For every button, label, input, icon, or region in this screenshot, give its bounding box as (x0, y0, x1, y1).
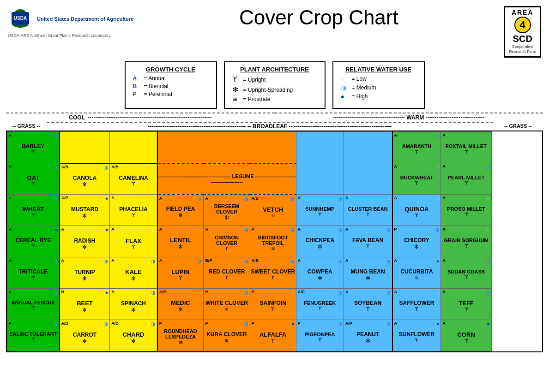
usda-shield-icon: USDA (8, 6, 33, 31)
empty-warm-1 (296, 132, 344, 163)
empty-cool-legume (157, 132, 296, 163)
radish-cell: A ● RADISH ✻ (60, 226, 110, 257)
cucurbita-cell: A ● CUCURBITA ≋ (392, 257, 441, 289)
kale-cell: A ◑ KALE ✻ (110, 257, 157, 289)
proso-millet-cell: A ○ PROSO MILLET ϒ (441, 195, 491, 226)
roundhead-lespedeza-cell: P ○ ROUNDHEAD LESPEDEZA ≋ (157, 320, 204, 351)
pigeonpea-cell: P ◑ PIGEONPEA ϒ (296, 320, 344, 351)
page-container: USDA United States Department of Agricul… (0, 0, 549, 356)
white-clover-cell: P ◑ WHITE CLOVER ≋ (204, 289, 250, 320)
empty-cell-1 (60, 132, 110, 163)
usda-sub-label: USDA-ARS Northern Great Plains Research … (8, 33, 133, 38)
empty-cell-2 (110, 132, 157, 163)
wheat-cell: A ◑ WHEAT ϒ (7, 195, 60, 226)
kura-clover-cell: P ◑ KURA CLOVER ≋ (204, 320, 250, 351)
table-row: P ◑ SALINE TOLERANT ϒ A/B ◑ CARROT ✻ A/B… (7, 320, 542, 351)
cowpea-cell: A ◑ COWPEA ✻ (296, 257, 344, 289)
table-row: A ● CEREAL RYE ϒ A ● RADISH ✻ A ○ FLAX ϒ (7, 226, 542, 257)
fenugreek-cell: A/P ◑ FENUGREEK ϒ (296, 289, 344, 320)
grain-sorghum-cell: A ○ GRAIN SORGHUM ϒ (441, 226, 491, 257)
field-pea-cell: A ◑ FIELD PEA ✻ (157, 195, 204, 226)
legend-section: GROWTH CYCLE A= Annual B= Biennial P= Pe… (2, 59, 547, 112)
camelina-cell: A/B ○ CAMELINA ϒ (110, 163, 157, 195)
barley-cell: A ◑ BARLEY ϒ (7, 132, 60, 163)
flax-cell: A ○ FLAX ϒ (110, 226, 157, 257)
soybean-cell: A ◑ SOYBEAN ϒ (344, 289, 392, 320)
vetch-cell: A/B ◑ VETCH ≋ (250, 195, 296, 226)
area-label: AREA (512, 9, 534, 16)
coop-label: CooperativeResearch Farm (509, 44, 536, 54)
header: USDA United States Department of Agricul… (2, 2, 547, 59)
usda-logo: USDA United States Department of Agricul… (8, 6, 133, 38)
mung-bean-cell: A ◑ MUNG BEAN ✻ (344, 257, 392, 289)
pearl-millet-cell: A ◑ PEARL MILLET ϒ (441, 163, 491, 195)
medic-cell: A/P ○ MEDIC ✻ (157, 289, 204, 320)
safflower-cell: A ○ SAFFLOWER ϒ (392, 289, 441, 320)
triticale-cell: A ◑ TRITICALE ϒ (7, 257, 60, 289)
table-row: A ◑ TRITICALE ϒ A ◑ TURNIP ✻ A ◑ KALE ✻ (7, 257, 542, 289)
area-badge-container: AREA 4 SCD CooperativeResearch Farm (504, 6, 541, 58)
growth-cycle-title: GROWTH CYCLE (133, 66, 209, 73)
sweet-clover-cell: A/B ◑ SWEET CLOVER ϒ (250, 257, 296, 289)
chicory-cell: P ◑ CHICORY ✻ (392, 226, 441, 257)
teff-cell: A ◑ TEFF ϒ (441, 289, 491, 320)
fava-bean-cell: A ◑ FAVA BEAN ϒ (344, 226, 392, 257)
oat-cell: A ◑ OAT ϒ (7, 163, 60, 195)
page-title: Cover Crop Chart (133, 6, 504, 29)
usda-dept-name: United States Department of Agriculture (37, 16, 133, 22)
lentil-cell: A ○ LENTIL ✻ (157, 226, 204, 257)
cool-warm-divider: COOL -----------------------------------… (6, 113, 543, 121)
canola-cell: A/B ◑ CANOLA ✻ (60, 163, 110, 195)
scd-label: SCD (513, 34, 532, 43)
berseem-clover-cell: A ◑ BERSEEM CLOVER ✻ (204, 195, 250, 226)
sunflower-cell: A ● SUNFLOWER ϒ (392, 320, 441, 351)
water-use-title: RELATIVE WATER USE (341, 66, 416, 73)
amaranth-cell: A ◑ AMARANTH ϒ (392, 132, 441, 163)
plant-arch-legend: PLANT ARCHITECTURE ϒ= Upright ✻= Upright… (224, 61, 326, 109)
mustard-cell: A/P ● MUSTARD ✻ (60, 195, 110, 226)
crimson-clover-cell: A ◑ CRIMSON CLOVER ϒ (204, 226, 250, 257)
growth-cycle-legend: GROWTH CYCLE A= Annual B= Biennial P= Pe… (125, 61, 217, 109)
sainfoin-cell: P ○ SAINFOIN ϒ (250, 289, 296, 320)
main-chart: A ◑ BARLEY ϒ A ◑ AMARANTH ϒ A (6, 131, 543, 352)
sunnhemp-cell: A ◑ SUNNHEMP ϒ (296, 195, 344, 226)
beet-cell: B ● BEET ✻ (60, 289, 110, 320)
legume-label-cell: ----------------------------------------… (157, 163, 296, 195)
red-clover-cell: B/P ◑ RED CLOVER ϒ (204, 257, 250, 289)
cluster-bean-cell: A ○ CLUSTER BEAN ϒ (344, 195, 392, 226)
spinach-cell: A ◑ SPINACH ✻ (110, 289, 157, 320)
table-row: A ◑ WHEAT ϒ A/P ● MUSTARD ✻ A ○ PHACELIA… (7, 195, 542, 226)
cereal-rye-cell: A ● CEREAL RYE ϒ (7, 226, 60, 257)
sudan-grass-cell: A ◑ SUDAN GRASS ϒ (441, 257, 491, 289)
peanut-cell: A/P ◑ PEANUT ✻ (344, 320, 392, 351)
plant-arch-title: PLANT ARCHITECTURE (232, 66, 317, 73)
lupin-cell: A ◑ LUPIN ϒ (157, 257, 204, 289)
carrot-cell: A/B ◑ CARROT ✻ (60, 320, 110, 351)
table-row: A ◑ OAT ϒ A/B ◑ CANOLA ✻ A/B ○ CAMELINA … (7, 163, 542, 195)
category-header: -- GRASS -- ----------------------------… (6, 122, 543, 130)
phacelia-cell: A ○ PHACELIA ϒ (110, 195, 157, 226)
table-row: A ◑ BARLEY ϒ A ◑ AMARANTH ϒ A (7, 132, 542, 163)
corn-cell: A ● CORN ϒ (441, 320, 491, 351)
annual-fescue-cell: A ◑ ANNUAL FESCUE ϒ (7, 289, 60, 320)
water-use-legend: RELATIVE WATER USE ○= Low ◑= Medium ●= H… (332, 61, 425, 109)
quinoa-cell: A ○ QUINOA ϒ (392, 195, 441, 226)
crop-table: A ◑ BARLEY ϒ A ◑ AMARANTH ϒ A (7, 131, 542, 351)
foxtail-millet-cell: A ○ FOXTAIL MILLET ϒ (441, 132, 491, 163)
area-number-circle: 4 (514, 17, 531, 33)
buckwheat-cell: A ○ BUCKWHEAT ϒ (392, 163, 441, 195)
saline-tolerant-cell: P ◑ SALINE TOLERANT ϒ (7, 320, 60, 351)
birdsfoot-trefoil-cell: P ◑ BIRDSFOOT TREFOIL ≋ (250, 226, 296, 257)
alfalfa-cell: P ● ALFALFA ϒ (250, 320, 296, 351)
turnip-cell: A ◑ TURNIP ✻ (60, 257, 110, 289)
empty-warm-leg-2a (296, 163, 344, 195)
svg-text:USDA: USDA (14, 16, 27, 21)
empty-warm-leg-2b (344, 163, 392, 195)
table-row: A ◑ ANNUAL FESCUE ϒ B ● BEET ✻ A ◑ SPINA… (7, 289, 542, 320)
chickpea-cell: A ◑ CHICKPEA ✻ (296, 226, 344, 257)
empty-warm-2 (344, 132, 392, 163)
chard-cell: A/B ◑ CHARD ✻ (110, 320, 157, 351)
